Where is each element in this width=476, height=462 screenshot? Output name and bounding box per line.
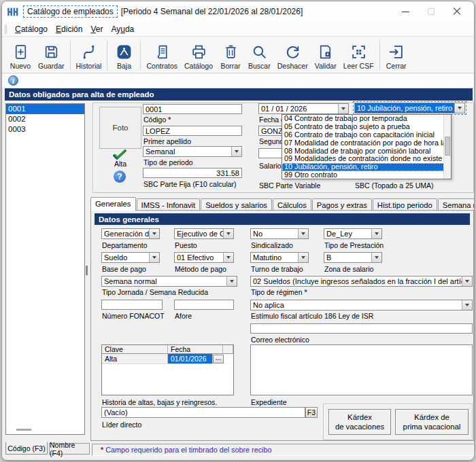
dropdown-option[interactable]: 04 Contrato de trabajo por temporada [282,115,451,123]
dropdown-arrow-icon[interactable] [231,147,241,156]
lider-f3-button[interactable]: F3 [305,407,318,418]
codigo-field[interactable]: 0001 [143,104,242,114]
toolbar-historial-button[interactable]: Historial [73,39,105,71]
dropdown-scrollbar[interactable] [443,115,451,179]
close-icon [453,7,461,16]
turno-combo[interactable]: Matutino [250,252,309,263]
tipo-prestacion-combo[interactable]: De_Ley [324,228,382,239]
lider-directo-field[interactable]: (Vacío) [101,407,305,418]
maximize-button[interactable] [418,2,444,21]
menu-edicion[interactable]: Edición [52,23,86,35]
tipo-periodo-combo[interactable]: Semanal [143,146,242,157]
toolbar-validar-button[interactable]: Validar [311,39,340,71]
dropdown-option[interactable]: 07 Modalidad de contratación por pago de… [282,139,451,147]
employee-list-item-selected[interactable]: 0001 [6,104,84,114]
historia-col-fecha[interactable]: Fecha [168,345,223,354]
employee-list[interactable]: 0001 0002 0003 [5,103,85,435]
toolbar-catalogo-button[interactable]: Catálogo [181,39,216,71]
dropdown-arrow-icon[interactable] [298,229,308,238]
toolbar-guardar-button[interactable]: Guardar [35,39,68,71]
menu-catalogo[interactable]: Catálogo [11,23,52,35]
correo-field[interactable] [250,323,473,334]
regimen-combo[interactable]: 02 Sueldos (Incluye ingresos señalados e… [250,276,473,287]
toolbar-contratos-button[interactable]: Contratos [143,39,181,71]
panel-splitter-handle[interactable] [86,266,88,275]
maximize-icon [428,8,435,15]
fecha-alta-combo[interactable]: 01 / 01 / 2026 [258,103,349,114]
dropdown-arrow-icon[interactable] [223,253,233,262]
dropdown-option[interactable]: 06 Contrato de trabajo con capacitación … [282,131,451,139]
dropdown-option[interactable]: 05 Contrato de trabajo sujeto a prueba [282,123,451,131]
toolbar-baja-button[interactable]: Baja [109,39,138,71]
photo-placeholder[interactable]: Foto [99,107,141,149]
dropdown-arrow-icon[interactable] [149,229,159,238]
dropdown-arrow-icon[interactable] [454,103,464,113]
tab-nombre-f4[interactable]: Nombre (F4) [49,443,90,455]
toolbar-nuevo-button[interactable]: Nuevo [6,39,35,71]
tab-generales[interactable]: Generales [90,197,136,211]
dropdown-arrow-icon[interactable] [462,277,472,286]
afore-field[interactable] [174,300,234,310]
date-picker-button[interactable]: ... [213,355,224,363]
puesto-combo[interactable]: Ejecutivo de Cont [174,228,234,239]
menu-ayuda[interactable]: Ayuda [107,23,138,35]
estimulo-combo[interactable]: No aplica [250,300,473,310]
historia-table[interactable]: Clave Fecha Alta 01/01/2026 ... [101,344,234,395]
toolbar-borrar-button[interactable]: Borrar [216,39,245,71]
tab-imss-infonavit[interactable]: IMSS - Infonavit [137,198,201,211]
kardex-vacaciones-button[interactable]: Kárdex de vacaciones [328,409,391,435]
fonacot-field[interactable] [101,300,163,310]
primer-apellido-field[interactable]: LOPEZ [143,126,242,136]
zona-salario-combo[interactable]: B [324,252,382,263]
estimulo-label: Estímulo fiscal artículo 186 Ley de ISR [251,312,373,320]
toolbar-buscar-button[interactable]: Buscar [245,39,274,71]
contrato-dropdown-list[interactable]: 04 Contrato de trabajo por temporada 05 … [282,114,452,179]
history-icon [80,43,97,60]
dropdown-arrow-icon[interactable] [298,253,308,262]
dropdown-arrow-icon[interactable] [226,277,237,286]
sindicalizado-combo[interactable]: No [250,228,309,239]
dropdown-arrow-icon[interactable] [338,104,348,113]
employee-list-item[interactable]: 0003 [6,124,84,135]
departamento-combo[interactable]: Generación de Co [101,228,160,239]
kardex-prima-button[interactable]: Kárdex de prima vacacional [395,409,469,435]
tab-semana-reducida[interactable]: Semana reducida [438,198,475,211]
expediente-box[interactable] [250,344,473,395]
metodo-pago-combo[interactable]: 01 Efectivo [174,252,234,263]
scrollbar-thumb[interactable] [445,137,450,156]
toolbar-deshacer-button[interactable]: Deshacer [274,39,311,71]
toolbar-cerrar-button[interactable]: Cerrar [382,39,411,71]
dropdown-option[interactable]: 09 Modalidades de contratación donde no … [282,155,451,163]
employee-list-item[interactable]: 0002 [6,114,84,124]
dropdown-option[interactable]: 08 Modalidad de trabajo por comisión lab… [282,147,451,156]
tipo-contrato-combo[interactable]: 10 Jubilación, pensión, retiro [354,103,465,113]
list-horizontal-scrollbar[interactable] [16,429,31,431]
toolbar-leer-csf-button[interactable]: Leer CSF [340,39,377,71]
dropdown-arrow-icon[interactable] [223,229,233,238]
dropdown-arrow-icon[interactable] [371,253,381,262]
dropdown-arrow-icon[interactable] [371,229,381,238]
tab-pagos-extras[interactable]: Pagos y extras [312,198,372,211]
base-pago-combo[interactable]: Sueldo [101,252,160,263]
dropdown-option[interactable]: 99 Otro contrato [282,171,451,179]
tipo-prestacion-label: Tipo de Prestación [324,241,384,249]
tab-sueldos-salarios[interactable]: Sueldos y salarios [201,198,272,211]
minimize-button[interactable] [392,2,418,21]
tab-codigo-f3[interactable]: Código (F3) [5,442,48,455]
tab-hist-tipo-periodo[interactable]: Hist.tipo periodo [373,198,437,211]
contracts-icon [154,43,171,60]
historia-cell-fecha[interactable]: 01/01/2026 [168,354,213,364]
sbc-fija-field[interactable]: 331.58 [143,168,242,178]
historia-col-clave[interactable]: Clave [102,345,168,354]
tab-calculos[interactable]: Cálculos [273,198,311,211]
info-icon[interactable]: i [8,75,18,86]
close-button[interactable] [444,2,470,21]
historia-cell-clave[interactable]: Alta [102,354,168,364]
menu-ver[interactable]: Ver [86,23,107,35]
dropdown-arrow-icon[interactable] [149,253,159,262]
help-icon[interactable]: ? [114,171,126,183]
dropdown-option-selected[interactable]: 10 Jubilación, pensión, retiro [282,163,451,171]
jornada-combo[interactable]: Semana normal [101,276,237,287]
dropdown-arrow-icon[interactable] [462,300,472,310]
correo-label: Correo electrónico [251,336,309,344]
